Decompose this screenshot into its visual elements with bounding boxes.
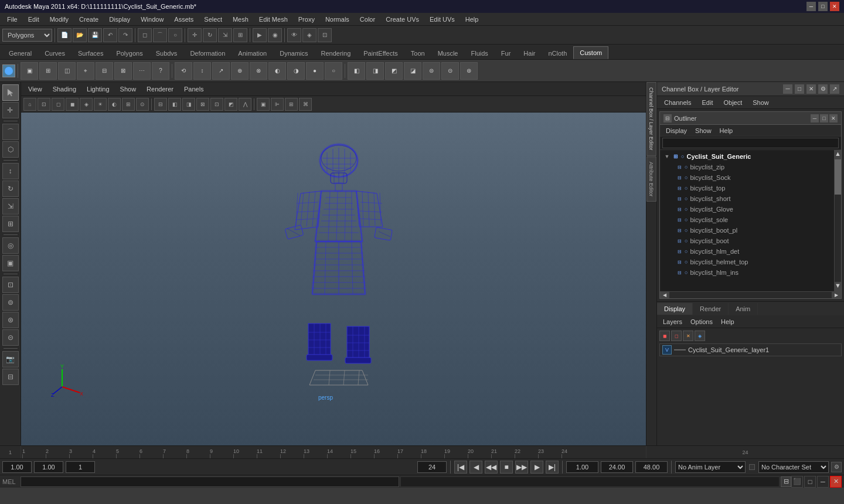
menu-edit-uvs[interactable]: Edit UVs (425, 15, 460, 24)
status-icon-window[interactable]: □ (804, 476, 816, 488)
tab-curves[interactable]: Curves (38, 47, 72, 59)
shelf-icon-22[interactable]: ⊜ (423, 62, 440, 80)
vp-frame-all[interactable]: ⊡ (38, 98, 50, 111)
vp-grid[interactable]: ⊟ (154, 98, 167, 111)
outliner-maximize[interactable]: □ (820, 114, 828, 122)
isolate-btn[interactable]: ◈ (302, 28, 316, 42)
frame-current-int-field[interactable] (66, 461, 95, 473)
vm-lighting[interactable]: Lighting (82, 84, 114, 94)
outliner-item-sock[interactable]: ⊟ ○ bicyclist_Sock (661, 172, 833, 183)
layer-visibility[interactable]: V (662, 345, 672, 355)
snap-point-btn[interactable]: ⊛ (2, 312, 19, 328)
layer-member[interactable]: ◈ (695, 331, 705, 341)
vp-cam[interactable]: ▣ (257, 98, 270, 111)
frame-start-field[interactable] (2, 461, 32, 473)
anim-layer-dropdown[interactable]: No Anim Layer (675, 461, 746, 473)
select-btn[interactable]: ◻ (138, 28, 152, 42)
outliner-hscroll-left[interactable]: ◀ (660, 292, 669, 298)
snap-grid-btn[interactable]: ⊡ (2, 277, 19, 293)
menu-modify[interactable]: Modify (45, 15, 73, 24)
vp-isolate[interactable]: ◨ (182, 98, 195, 111)
scale-tool[interactable]: ⇲ (2, 198, 19, 214)
paint-btn[interactable]: ○ (168, 28, 182, 42)
shelf-icon-7[interactable]: ⋯ (133, 62, 151, 80)
ipr-btn[interactable]: ◉ (268, 28, 282, 42)
tab-dynamics[interactable]: Dynamics (273, 47, 314, 59)
shelf-icon-15[interactable]: ◑ (287, 62, 305, 80)
shelf-icon-4[interactable]: ⌖ (77, 62, 94, 80)
vp-home[interactable]: ⌂ (23, 98, 36, 111)
shelf-icon-5[interactable]: ⊟ (96, 62, 113, 80)
cb-channels[interactable]: Channels (659, 98, 696, 107)
vm-shading[interactable]: Shading (48, 84, 81, 94)
play-back[interactable]: ◀◀ (485, 461, 498, 474)
menu-proxy[interactable]: Proxy (294, 15, 319, 24)
range-end2-field[interactable] (635, 461, 668, 473)
menu-normals[interactable]: Normals (321, 15, 354, 24)
vp-xray-bones[interactable]: ⊡ (210, 98, 223, 111)
shelf-icon-6[interactable]: ⊠ (114, 62, 132, 80)
translate-tool[interactable]: ↕ (2, 163, 19, 179)
redo-btn[interactable]: ↷ (118, 28, 132, 42)
status-icon-close[interactable]: ✕ (830, 476, 842, 488)
vp-lights[interactable]: ☀ (94, 98, 107, 111)
vm-show[interactable]: Show (115, 84, 141, 94)
vp-texture[interactable]: ⊞ (122, 98, 135, 111)
outliner-scroll-up[interactable]: ▲ (835, 150, 841, 159)
rotate-tool[interactable]: ↻ (2, 181, 19, 197)
side-tab-channelbox[interactable]: Channel Box / Layer Editor (646, 82, 656, 156)
outliner-item-top[interactable]: ⊟ ○ bicyclist_top (661, 183, 833, 193)
tab-fur[interactable]: Fur (495, 47, 518, 59)
menu-help[interactable]: Help (461, 15, 484, 24)
layer-new2[interactable]: ◻ (671, 331, 682, 341)
snap-surface-btn[interactable]: ⊝ (2, 329, 19, 346)
menu-create-uvs[interactable]: Create UVs (381, 15, 424, 24)
shelf-icon-16[interactable]: ● (306, 62, 324, 80)
range-end-field[interactable] (601, 461, 633, 473)
snap-curve-btn[interactable]: ⊚ (2, 294, 19, 311)
outliner-item-glove[interactable]: ⊟ ○ bicyclist_Glove (661, 204, 833, 214)
frame-current-field[interactable] (34, 461, 63, 473)
skip-to-start[interactable]: |◀ (454, 461, 467, 474)
menu-color[interactable]: Color (355, 15, 380, 24)
tab-painteffects[interactable]: PaintEffects (357, 47, 404, 59)
soft-select-btn[interactable]: ◎ (2, 237, 19, 254)
outliner-item-hlmdet[interactable]: ⊟ ○ bicyclist_hlm_det (661, 246, 833, 257)
om-help[interactable]: Help (716, 126, 737, 135)
tab-animation[interactable]: Animation (232, 47, 273, 59)
tab-muscle[interactable]: Muscle (431, 47, 465, 59)
cb-maximize[interactable]: □ (795, 84, 804, 94)
paint-select-tool[interactable]: ⬡ (2, 141, 19, 158)
vp-hypershade[interactable]: ⌘ (299, 98, 312, 111)
cb-float[interactable]: ↗ (830, 84, 839, 94)
move-btn[interactable]: ✛ (188, 28, 202, 42)
outliner-float[interactable]: ⊟ (663, 114, 672, 122)
cb-options[interactable]: ⚙ (818, 84, 828, 94)
layer-btn[interactable]: ⊟ (2, 369, 19, 385)
mode-dropdown[interactable]: Polygons Surfaces Dynamics Rendering Ani… (2, 29, 52, 42)
outliner-scrollbar-thumb[interactable] (835, 159, 841, 195)
shelf-icon-3[interactable]: ◫ (58, 62, 76, 80)
om-display[interactable]: Display (662, 126, 690, 135)
minimize-button[interactable]: ─ (806, 2, 816, 11)
undo-btn[interactable]: ↶ (103, 28, 117, 42)
shelf-icon-17[interactable]: ○ (325, 62, 342, 80)
tab-rendering[interactable]: Rendering (315, 47, 358, 59)
rbm-options[interactable]: Options (687, 317, 716, 326)
menu-file[interactable]: File (2, 15, 22, 24)
new-scene-btn[interactable]: 📄 (57, 28, 72, 42)
range-start-field[interactable] (566, 461, 598, 473)
outliner-minimize[interactable]: ─ (811, 114, 819, 122)
step-back[interactable]: ◀ (469, 461, 482, 474)
vp-backface[interactable]: ◩ (224, 98, 237, 111)
script-editor-btn[interactable]: ⊟ (781, 476, 791, 487)
tab-polygons[interactable]: Polygons (110, 47, 149, 59)
outliner-item-sole[interactable]: ⊟ ○ bicyclist_sole (661, 214, 833, 225)
menu-edit[interactable]: Edit (23, 15, 44, 24)
shelf-icon-24[interactable]: ⊛ (460, 62, 478, 80)
outliner-close[interactable]: ✕ (829, 114, 838, 122)
show-hide-btn[interactable]: 👁 (287, 28, 301, 42)
maximize-button[interactable]: □ (818, 2, 828, 11)
outliner-item-boot[interactable]: ⊟ ○ bicyclist_boot (661, 236, 833, 246)
expand-icon[interactable]: ▼ (663, 153, 671, 160)
